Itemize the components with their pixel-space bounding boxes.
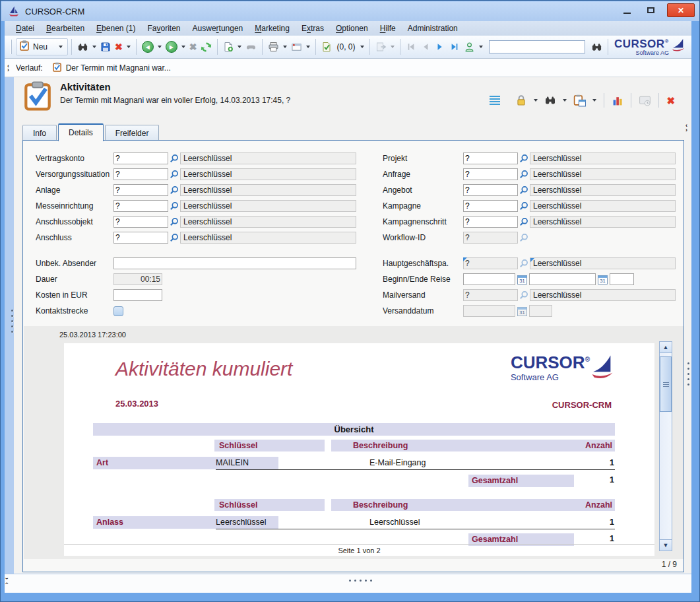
calendar-icon[interactable]: 31	[517, 306, 527, 316]
lookup-icon[interactable]	[169, 185, 179, 195]
lookup-icon[interactable]	[519, 154, 529, 163]
vertragskonto-input[interactable]	[113, 152, 168, 164]
anschluss-input[interactable]	[113, 232, 168, 244]
unbek-absender-input[interactable]	[113, 257, 356, 269]
lookup-icon[interactable]	[519, 201, 529, 211]
menu-favoriten[interactable]: Favoriten	[141, 22, 186, 35]
back-dropdown-caret[interactable]	[158, 46, 162, 48]
user-button[interactable]	[462, 38, 477, 55]
new-document-dropdown-caret[interactable]	[238, 46, 241, 48]
toolbar-grip[interactable]	[10, 40, 12, 54]
lookup-icon[interactable]	[169, 154, 179, 163]
forward-button[interactable]: ▶	[164, 38, 179, 55]
export-dropdown-caret[interactable]	[391, 46, 395, 48]
first-record-button[interactable]	[404, 38, 418, 55]
calendar-icon[interactable]: 31	[598, 275, 608, 284]
history-item[interactable]: Der Termin mit Magnani war...	[52, 62, 171, 74]
minimize-button[interactable]	[620, 5, 634, 17]
tab-info[interactable]: Info	[22, 125, 57, 141]
lookup-icon[interactable]	[169, 170, 179, 179]
search-button[interactable]	[75, 38, 90, 55]
kosten-input[interactable]	[113, 289, 162, 301]
report-vertical-scrollbar[interactable]: ▲ ▼	[659, 341, 672, 551]
reise-zeit-input[interactable]	[610, 273, 634, 285]
previous-record-button[interactable]	[418, 38, 433, 55]
presentation-button[interactable]	[637, 92, 653, 109]
lock-button[interactable]	[513, 92, 529, 109]
projekt-input[interactable]	[463, 152, 518, 164]
cancel-button[interactable]: ✖	[187, 38, 199, 55]
maximize-button[interactable]	[643, 5, 658, 17]
gamepad-button[interactable]	[243, 38, 259, 55]
close-record-button[interactable]: ✖	[664, 92, 677, 109]
messeinrichtung-input[interactable]	[113, 200, 168, 212]
print-dropdown-caret[interactable]	[283, 46, 287, 48]
reise-beginn-input[interactable]	[463, 273, 515, 285]
lookup-icon[interactable]	[169, 233, 179, 242]
quick-search-input[interactable]	[489, 40, 585, 53]
lookup-icon[interactable]	[169, 217, 179, 226]
tab-freifelder[interactable]: Freifelder	[105, 125, 160, 141]
menu-optionen[interactable]: Optionen	[330, 22, 374, 35]
lookup-icon[interactable]	[519, 217, 529, 226]
menu-ebenen-1-[interactable]: Ebenen (1)	[90, 22, 141, 35]
versorgungssituation-input[interactable]	[113, 168, 168, 180]
validate-button[interactable]	[319, 38, 334, 55]
history-scroll-arrows[interactable]: ‹›	[7, 64, 9, 72]
user-dropdown-caret[interactable]	[479, 46, 483, 48]
right-splitter-grip[interactable]	[687, 362, 689, 385]
bottom-splitter-grip[interactable]	[349, 580, 372, 582]
next-record-button[interactable]	[433, 38, 447, 55]
menu-marketing[interactable]: Marketing	[249, 22, 296, 35]
bottom-splitter[interactable]	[5, 574, 691, 593]
anschlussobjekt-input[interactable]	[113, 216, 168, 228]
scroll-down-button[interactable]: ▼	[660, 539, 672, 551]
print-button[interactable]	[266, 38, 281, 55]
validate-dropdown-caret[interactable]	[360, 46, 364, 48]
menu-datei[interactable]: Datei	[10, 22, 40, 35]
left-splitter-grip[interactable]	[11, 310, 13, 333]
back-button[interactable]: ◀	[140, 38, 156, 55]
mail-merge-button[interactable]	[289, 38, 304, 55]
menu-hilfe[interactable]: Hilfe	[374, 22, 402, 35]
lookup-icon[interactable]	[519, 185, 529, 195]
new-dropdown-caret[interactable]	[59, 46, 63, 48]
export-button[interactable]	[373, 38, 389, 55]
kampagnenschritt-input[interactable]	[463, 216, 518, 228]
bottom-collapse-control[interactable]: ‹›	[6, 576, 8, 585]
kampagne-input[interactable]	[463, 200, 518, 212]
close-button[interactable]: ✕	[667, 3, 695, 17]
menu-extras[interactable]: Extras	[296, 22, 330, 35]
angebot-input[interactable]	[463, 184, 518, 196]
anfrage-input[interactable]	[463, 168, 518, 180]
quick-search-button[interactable]	[589, 38, 604, 55]
forward-dropdown-caret[interactable]	[181, 46, 185, 48]
save-button[interactable]	[98, 38, 113, 55]
reise-ende-input[interactable]	[529, 273, 596, 285]
entity-search-button[interactable]	[542, 92, 558, 109]
menu-bearbeiten[interactable]: Bearbeiten	[40, 22, 90, 35]
delete-button[interactable]: ✖	[113, 38, 125, 55]
mail-merge-dropdown-caret[interactable]	[306, 46, 310, 48]
refresh-button[interactable]	[199, 38, 214, 55]
menu-administration[interactable]: Administration	[402, 22, 464, 35]
right-collapse-control[interactable]: ‹›	[685, 123, 687, 133]
schedule-dropdown-caret[interactable]	[592, 99, 596, 102]
schedule-button[interactable]	[571, 92, 588, 109]
tab-details[interactable]: Details	[58, 123, 104, 141]
menu-auswertungen[interactable]: Auswertungen	[187, 22, 249, 35]
kontaktstrecke-checkbox[interactable]	[113, 306, 123, 316]
search-dropdown-caret[interactable]	[92, 46, 96, 48]
new-button[interactable]: Neu	[16, 38, 68, 55]
left-splitter[interactable]	[5, 77, 14, 593]
scrollbar-thumb[interactable]	[660, 356, 672, 412]
lookup-icon[interactable]	[169, 201, 179, 211]
menu-icon[interactable]	[488, 94, 501, 106]
entity-search-dropdown-caret[interactable]	[563, 99, 567, 102]
calendar-icon[interactable]: 31	[517, 275, 527, 284]
lookup-icon[interactable]	[519, 170, 529, 179]
scroll-up-button[interactable]: ▲	[660, 342, 672, 353]
delete-dropdown-caret[interactable]	[127, 46, 131, 48]
chart-button[interactable]	[610, 92, 625, 109]
lock-dropdown-caret[interactable]	[534, 99, 538, 102]
